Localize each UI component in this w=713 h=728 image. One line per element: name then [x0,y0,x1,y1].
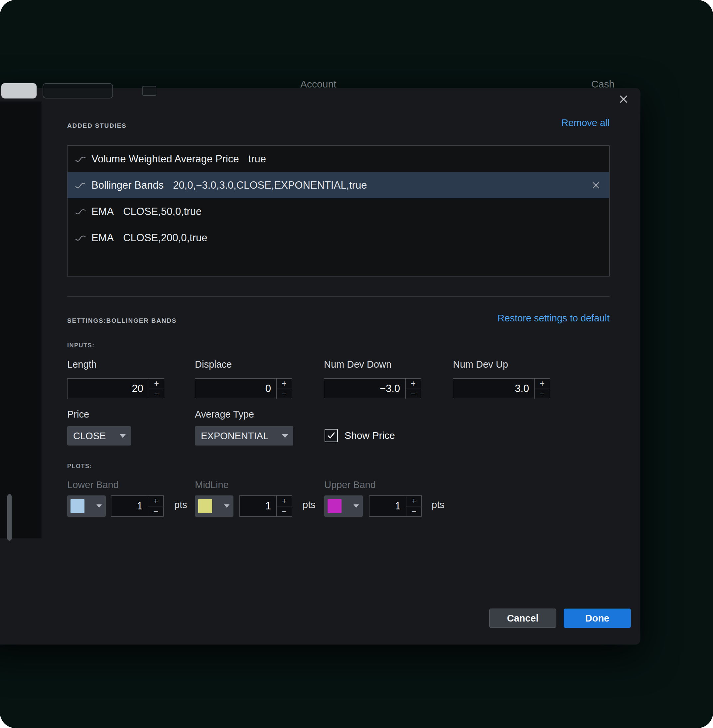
study-curve-icon [75,234,86,242]
study-params: true [248,153,266,165]
price-label: Price [67,409,89,420]
displace-label: Displace [195,359,232,370]
checkmark-icon [327,431,336,440]
price-dropdown-value: CLOSE [73,431,106,441]
num-dev-up-stepper [534,379,550,399]
midline-color-dropdown[interactable] [195,495,233,517]
chevron-down-icon [97,504,102,508]
decrement-icon[interactable] [277,507,292,517]
remove-all-link[interactable]: Remove all [561,117,610,129]
midline-label: MidLine [195,480,229,490]
upper-band-width-input[interactable]: 1 [370,496,406,516]
study-params: CLOSE,50,0,true [123,206,201,218]
upper-band-color-swatch [328,499,342,513]
chevron-down-icon [120,434,126,438]
upper-band-label: Upper Band [324,480,376,490]
chevron-down-icon [282,434,288,438]
increment-icon[interactable] [406,379,421,389]
edit-studies-dialog: ADDED STUDIES Remove all Volume Weighted… [0,88,640,644]
added-studies-title: ADDED STUDIES [67,122,127,129]
displace-stepper [276,379,292,399]
close-icon [618,94,629,105]
lower-band-width-input[interactable]: 1 [112,496,148,516]
study-row-ema-200[interactable]: EMA CLOSE,200,0,true [67,224,609,251]
num-dev-up-label: Num Dev Up [453,359,508,370]
section-divider [67,296,610,297]
show-price-checkbox[interactable] [325,429,338,442]
decrement-icon[interactable] [149,389,164,399]
increment-icon[interactable] [149,379,164,389]
average-type-dropdown-value: EXPONENTIAL [201,431,268,441]
study-curve-icon [75,182,86,189]
average-type-dropdown[interactable]: EXPONENTIAL [195,426,293,445]
price-dropdown[interactable]: CLOSE [67,426,131,445]
done-button[interactable]: Done [564,608,631,628]
inputs-section-title: INPUTS: [67,342,95,349]
average-type-label: Average Type [195,409,254,420]
added-studies-list: Volume Weighted Average Price true Bolli… [67,145,610,277]
displace-field: 0 [195,378,292,399]
background-toolbar-icon [142,86,156,96]
study-name: Bollinger Bands [91,179,164,191]
num-dev-up-input[interactable]: 3.0 [453,379,534,399]
upper-band-width-field: 1 [369,495,422,517]
show-price-label: Show Price [345,430,395,441]
cancel-button[interactable]: Cancel [489,608,556,628]
num-dev-down-label: Num Dev Down [324,359,391,370]
increment-icon[interactable] [406,496,421,507]
study-params: 20,0,−3.0,3.0,CLOSE,EXPONENTIAL,true [173,179,367,191]
dialog-left-panel [0,102,42,538]
num-dev-down-stepper [406,379,421,399]
midline-width-field: 1 [239,495,292,517]
remove-study-icon[interactable] [591,181,601,190]
study-row-ema-50[interactable]: EMA CLOSE,50,0,true [67,198,609,224]
num-dev-down-field: −3.0 [324,378,421,399]
lower-band-label: Lower Band [67,480,119,490]
length-stepper [149,379,164,399]
decrement-icon[interactable] [406,507,421,517]
increment-icon[interactable] [535,379,550,389]
lower-band-color-swatch [70,499,85,513]
length-input[interactable]: 20 [67,379,149,399]
upper-band-color-dropdown[interactable] [324,495,363,517]
decrement-icon[interactable] [277,389,292,399]
scrollbar-thumb[interactable] [7,494,12,541]
decrement-icon[interactable] [406,389,421,399]
lower-band-unit: pts [174,499,187,510]
num-dev-down-input[interactable]: −3.0 [324,379,406,399]
chevron-down-icon [224,504,230,508]
dialog-close-button[interactable] [616,91,631,107]
midline-width-input[interactable]: 1 [240,496,276,516]
study-row-bollinger-bands[interactable]: Bollinger Bands 20,0,−3.0,3.0,CLOSE,EXPO… [67,172,609,198]
midline-color-swatch [198,499,212,513]
study-params: CLOSE,200,0,true [123,232,207,244]
displace-input[interactable]: 0 [195,379,276,399]
decrement-icon[interactable] [148,507,163,517]
decrement-icon[interactable] [535,389,550,399]
increment-icon[interactable] [148,496,163,507]
increment-icon[interactable] [277,496,292,507]
length-label: Length [67,359,97,370]
restore-defaults-link[interactable]: Restore settings to default [498,313,610,324]
length-field: 20 [67,378,164,399]
background-toolbar-button [43,83,113,99]
upper-band-width-stepper [406,496,421,516]
lower-band-width-stepper [148,496,163,516]
app-background: Account Cash Sep 44.00 Oct 44.40 Nov 40.… [0,0,713,728]
chevron-down-icon [354,504,359,508]
show-price-row: Show Price [325,429,395,442]
plots-section-title: PLOTS: [67,463,92,470]
upper-band-unit: pts [432,499,445,510]
lower-band-color-dropdown[interactable] [67,495,106,517]
settings-section-title: SETTINGS:BOLLINGER BANDS [67,317,177,324]
background-toolbar-button [1,83,37,99]
midline-unit: pts [303,499,316,510]
lower-band-width-field: 1 [111,495,164,517]
increment-icon[interactable] [277,379,292,389]
num-dev-up-field: 3.0 [453,378,550,399]
study-curve-icon [75,208,86,215]
study-name: EMA [91,206,114,218]
study-row-vwap[interactable]: Volume Weighted Average Price true [67,146,609,172]
study-name: EMA [91,232,114,244]
midline-width-stepper [276,496,292,516]
